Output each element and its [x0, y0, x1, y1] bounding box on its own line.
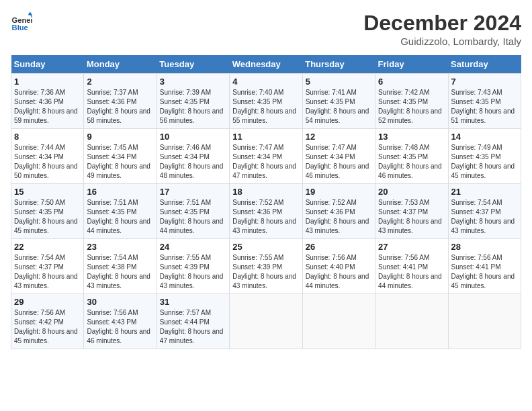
day-number: 15 — [14, 187, 81, 197]
day-cell: 19Sunrise: 7:52 AMSunset: 4:36 PMDayligh… — [302, 184, 375, 239]
day-info: Sunrise: 7:55 AMSunset: 4:39 PMDaylight:… — [232, 253, 299, 291]
day-number: 26 — [306, 242, 372, 252]
day-info: Sunrise: 7:56 AMSunset: 4:41 PMDaylight:… — [378, 253, 445, 291]
day-number: 24 — [160, 242, 226, 252]
header-row: Sunday Monday Tuesday Wednesday Thursday… — [11, 55, 521, 74]
day-number: 1 — [14, 77, 81, 87]
day-info: Sunrise: 7:37 AMSunset: 4:36 PMDaylight:… — [87, 88, 153, 126]
col-thursday: Thursday — [302, 55, 375, 74]
day-number: 29 — [14, 297, 81, 307]
day-cell: 15Sunrise: 7:50 AMSunset: 4:35 PMDayligh… — [11, 184, 84, 239]
day-number: 22 — [14, 242, 81, 252]
day-number: 23 — [87, 242, 153, 252]
day-number: 27 — [378, 242, 445, 252]
day-cell: 29Sunrise: 7:56 AMSunset: 4:42 PMDayligh… — [11, 294, 84, 349]
day-number: 19 — [306, 187, 372, 197]
day-cell: 1Sunrise: 7:36 AMSunset: 4:36 PMDaylight… — [11, 74, 84, 129]
day-info: Sunrise: 7:48 AMSunset: 4:35 PMDaylight:… — [378, 143, 445, 181]
day-info: Sunrise: 7:43 AMSunset: 4:35 PMDaylight:… — [451, 88, 518, 126]
day-cell: 30Sunrise: 7:56 AMSunset: 4:43 PMDayligh… — [84, 294, 157, 349]
title-area: December 2024 Guidizzolo, Lombardy, Ital… — [363, 11, 521, 47]
day-cell: 23Sunrise: 7:54 AMSunset: 4:38 PMDayligh… — [84, 239, 157, 294]
day-info: Sunrise: 7:51 AMSunset: 4:35 PMDaylight:… — [87, 198, 153, 236]
day-number: 6 — [378, 77, 445, 87]
header: General Blue December 2024 Guidizzolo, L… — [11, 11, 521, 47]
day-info: Sunrise: 7:45 AMSunset: 4:34 PMDaylight:… — [87, 143, 153, 181]
day-info: Sunrise: 7:46 AMSunset: 4:34 PMDaylight:… — [160, 143, 226, 181]
day-info: Sunrise: 7:56 AMSunset: 4:43 PMDaylight:… — [87, 308, 153, 346]
day-cell: 31Sunrise: 7:57 AMSunset: 4:44 PMDayligh… — [157, 294, 229, 349]
svg-text:General: General — [12, 16, 32, 24]
day-cell: 18Sunrise: 7:52 AMSunset: 4:36 PMDayligh… — [230, 184, 302, 239]
col-friday: Friday — [375, 55, 448, 74]
day-info: Sunrise: 7:42 AMSunset: 4:35 PMDaylight:… — [378, 88, 445, 126]
day-number: 2 — [87, 77, 153, 87]
day-number: 11 — [232, 132, 299, 142]
day-info: Sunrise: 7:39 AMSunset: 4:35 PMDaylight:… — [160, 88, 226, 126]
day-number: 9 — [87, 132, 153, 142]
day-cell: 5Sunrise: 7:41 AMSunset: 4:35 PMDaylight… — [302, 74, 375, 129]
day-cell — [230, 294, 302, 349]
col-saturday: Saturday — [448, 55, 521, 74]
day-cell: 3Sunrise: 7:39 AMSunset: 4:35 PMDaylight… — [157, 74, 229, 129]
day-info: Sunrise: 7:52 AMSunset: 4:36 PMDaylight:… — [232, 198, 299, 236]
day-cell: 8Sunrise: 7:44 AMSunset: 4:34 PMDaylight… — [11, 129, 84, 184]
day-cell: 20Sunrise: 7:53 AMSunset: 4:37 PMDayligh… — [375, 184, 448, 239]
day-number: 4 — [232, 77, 299, 87]
day-cell: 16Sunrise: 7:51 AMSunset: 4:35 PMDayligh… — [84, 184, 157, 239]
col-tuesday: Tuesday — [157, 55, 229, 74]
day-cell: 6Sunrise: 7:42 AMSunset: 4:35 PMDaylight… — [375, 74, 448, 129]
day-info: Sunrise: 7:49 AMSunset: 4:35 PMDaylight:… — [451, 143, 518, 181]
day-number: 31 — [160, 297, 226, 307]
svg-marker-2 — [28, 12, 32, 15]
week-row-5: 29Sunrise: 7:56 AMSunset: 4:42 PMDayligh… — [11, 294, 521, 349]
day-cell: 17Sunrise: 7:51 AMSunset: 4:35 PMDayligh… — [157, 184, 229, 239]
day-info: Sunrise: 7:36 AMSunset: 4:36 PMDaylight:… — [14, 88, 81, 126]
day-info: Sunrise: 7:56 AMSunset: 4:40 PMDaylight:… — [306, 253, 372, 291]
day-info: Sunrise: 7:54 AMSunset: 4:38 PMDaylight:… — [87, 253, 153, 291]
day-number: 13 — [378, 132, 445, 142]
day-number: 7 — [451, 77, 518, 87]
day-number: 18 — [232, 187, 299, 197]
week-row-1: 1Sunrise: 7:36 AMSunset: 4:36 PMDaylight… — [11, 74, 521, 129]
day-number: 21 — [451, 187, 518, 197]
calendar-table: Sunday Monday Tuesday Wednesday Thursday… — [11, 55, 521, 349]
day-cell: 22Sunrise: 7:54 AMSunset: 4:37 PMDayligh… — [11, 239, 84, 294]
day-number: 20 — [378, 187, 445, 197]
day-info: Sunrise: 7:44 AMSunset: 4:34 PMDaylight:… — [14, 143, 81, 181]
day-number: 12 — [306, 132, 372, 142]
logo-icon: General Blue — [11, 11, 32, 32]
day-info: Sunrise: 7:56 AMSunset: 4:42 PMDaylight:… — [14, 308, 81, 346]
day-cell: 24Sunrise: 7:55 AMSunset: 4:39 PMDayligh… — [157, 239, 229, 294]
day-info: Sunrise: 7:54 AMSunset: 4:37 PMDaylight:… — [14, 253, 81, 291]
day-cell: 12Sunrise: 7:47 AMSunset: 4:34 PMDayligh… — [302, 129, 375, 184]
day-info: Sunrise: 7:57 AMSunset: 4:44 PMDaylight:… — [160, 308, 226, 346]
day-cell: 10Sunrise: 7:46 AMSunset: 4:34 PMDayligh… — [157, 129, 229, 184]
day-cell: 4Sunrise: 7:40 AMSunset: 4:35 PMDaylight… — [230, 74, 302, 129]
day-cell: 21Sunrise: 7:54 AMSunset: 4:37 PMDayligh… — [448, 184, 521, 239]
day-number: 5 — [306, 77, 372, 87]
day-info: Sunrise: 7:47 AMSunset: 4:34 PMDaylight:… — [232, 143, 299, 181]
day-number: 10 — [160, 132, 226, 142]
day-number: 17 — [160, 187, 226, 197]
month-title: December 2024 — [363, 11, 521, 36]
day-cell: 9Sunrise: 7:45 AMSunset: 4:34 PMDaylight… — [84, 129, 157, 184]
day-cell: 11Sunrise: 7:47 AMSunset: 4:34 PMDayligh… — [230, 129, 302, 184]
day-info: Sunrise: 7:40 AMSunset: 4:35 PMDaylight:… — [232, 88, 299, 126]
day-cell: 7Sunrise: 7:43 AMSunset: 4:35 PMDaylight… — [448, 74, 521, 129]
day-cell: 25Sunrise: 7:55 AMSunset: 4:39 PMDayligh… — [230, 239, 302, 294]
day-number: 30 — [87, 297, 153, 307]
day-info: Sunrise: 7:54 AMSunset: 4:37 PMDaylight:… — [451, 198, 518, 236]
day-cell — [302, 294, 375, 349]
col-monday: Monday — [84, 55, 157, 74]
day-info: Sunrise: 7:51 AMSunset: 4:35 PMDaylight:… — [160, 198, 226, 236]
day-cell — [375, 294, 448, 349]
logo: General Blue — [11, 11, 32, 32]
day-info: Sunrise: 7:55 AMSunset: 4:39 PMDaylight:… — [160, 253, 226, 291]
day-info: Sunrise: 7:47 AMSunset: 4:34 PMDaylight:… — [306, 143, 372, 181]
col-sunday: Sunday — [11, 55, 84, 74]
day-number: 8 — [14, 132, 81, 142]
week-row-4: 22Sunrise: 7:54 AMSunset: 4:37 PMDayligh… — [11, 239, 521, 294]
day-number: 25 — [232, 242, 299, 252]
day-info: Sunrise: 7:56 AMSunset: 4:41 PMDaylight:… — [451, 253, 518, 291]
